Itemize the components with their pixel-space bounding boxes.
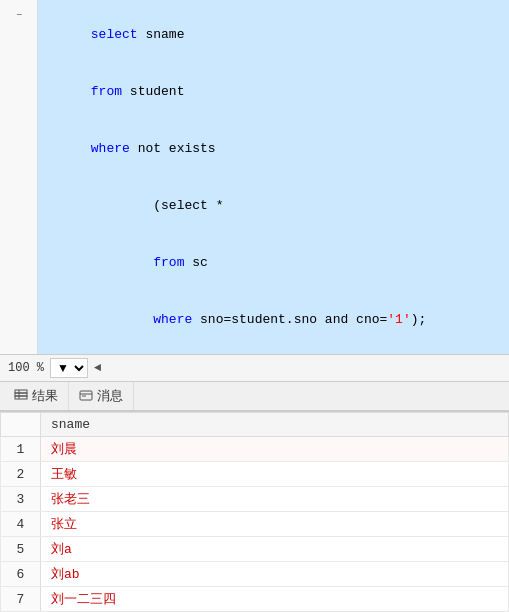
id-student: student (122, 84, 184, 99)
cell-rownum: 6 (1, 562, 41, 587)
table-row: 7刘一二三四 (1, 587, 509, 612)
tab-messages-label: 消息 (97, 387, 123, 405)
cell-rownum: 5 (1, 537, 41, 562)
cell-sname: 刘晨 (41, 437, 509, 462)
zoom-label: 100 % (8, 361, 44, 375)
id-closing: ); (411, 312, 427, 327)
message-icon (79, 389, 93, 403)
table-row: 1刘晨 (1, 437, 509, 462)
toolbar-bar: 100 % ▼ ◄ (0, 355, 509, 382)
code-block: select sname from student where not exis… (38, 0, 509, 354)
code-line-1: select sname (44, 6, 505, 63)
keyword-where: where (91, 141, 130, 156)
collapse-icon[interactable]: – (16, 8, 23, 20)
code-line-5: from sc (44, 234, 505, 291)
str-cno-val: '1' (387, 312, 410, 327)
zoom-select[interactable]: ▼ (50, 358, 88, 378)
header-sname: sname (41, 413, 509, 437)
id-indent-where (91, 312, 153, 327)
cell-sname: 刘a (41, 537, 509, 562)
id-sno-condition: sno=student.sno and cno= (192, 312, 387, 327)
id-indent-from (91, 255, 153, 270)
id-sname: sname (138, 27, 185, 42)
keyword-where2: where (153, 312, 192, 327)
table-row: 3张老三 (1, 487, 509, 512)
cell-sname: 刘一二三四 (41, 587, 509, 612)
table-header-row: sname (1, 413, 509, 437)
tab-messages[interactable]: 消息 (69, 382, 134, 410)
cell-sname: 王敏 (41, 462, 509, 487)
cell-sname: 张老三 (41, 487, 509, 512)
keyword-select: select (91, 27, 138, 42)
id-sc: sc (184, 255, 207, 270)
table-row: 5刘a (1, 537, 509, 562)
table-row: 4张立 (1, 512, 509, 537)
id-not-exists: not exists (130, 141, 216, 156)
tabs-bar: 结果 消息 (0, 382, 509, 412)
results-table: sname 1刘晨2王敏3张老三4张立5刘a6刘ab7刘一二三四8刘abc9刘a… (0, 412, 509, 612)
cell-rownum: 4 (1, 512, 41, 537)
id-select-star: (select * (91, 198, 224, 213)
line-gutter: – (0, 0, 38, 354)
cell-sname: 刘ab (41, 562, 509, 587)
scroll-left-btn[interactable]: ◄ (94, 361, 101, 375)
table-icon (14, 389, 28, 403)
tab-results[interactable]: 结果 (4, 382, 69, 410)
code-line-2: from student (44, 63, 505, 120)
code-line-3: where not exists (44, 120, 505, 177)
cell-sname: 张立 (41, 512, 509, 537)
tab-results-label: 结果 (32, 387, 58, 405)
results-table-container: sname 1刘晨2王敏3张老三4张立5刘a6刘ab7刘一二三四8刘abc9刘a… (0, 412, 509, 612)
code-line-4: (select * (44, 177, 505, 234)
keyword-from2: from (153, 255, 184, 270)
table-row: 2王敏 (1, 462, 509, 487)
svg-rect-2 (15, 396, 27, 399)
table-row: 6刘ab (1, 562, 509, 587)
code-line-6: where sno=student.sno and cno='1'); (44, 291, 505, 348)
cell-rownum: 2 (1, 462, 41, 487)
header-rownum (1, 413, 41, 437)
cell-rownum: 1 (1, 437, 41, 462)
editor-area: – select sname from student where not ex… (0, 0, 509, 355)
cell-rownum: 3 (1, 487, 41, 512)
cell-rownum: 7 (1, 587, 41, 612)
keyword-from: from (91, 84, 122, 99)
